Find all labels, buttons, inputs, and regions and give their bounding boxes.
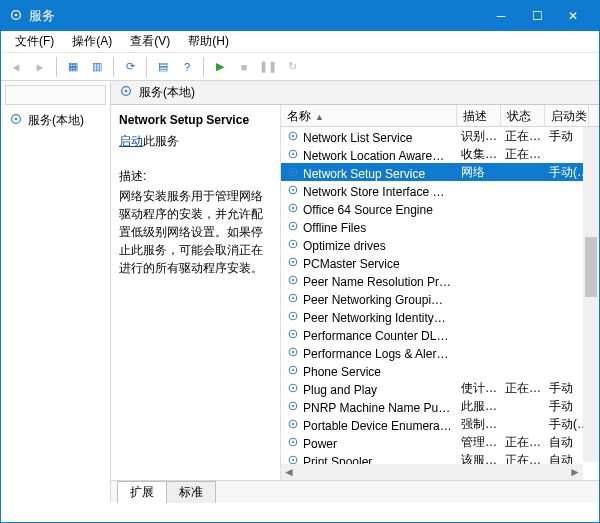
service-icon bbox=[285, 380, 301, 396]
svg-point-29 bbox=[292, 332, 294, 334]
service-icon bbox=[285, 128, 301, 144]
service-icon bbox=[285, 326, 301, 342]
export-button[interactable]: ▥ bbox=[86, 56, 108, 78]
vertical-scrollbar[interactable] bbox=[583, 127, 599, 462]
service-row[interactable]: Plug and Play使计…正在…手动 bbox=[281, 379, 599, 397]
service-icon bbox=[285, 308, 301, 324]
service-row[interactable]: Peer Networking Groupi… bbox=[281, 289, 599, 307]
toolbar: ◄ ► ▦ ▥ ⟳ ▤ ? ▶ ■ ❚❚ ↻ bbox=[1, 53, 599, 81]
description-text: 网络安装服务用于管理网络驱动程序的安装，并允许配置低级别网络设置。如果停止此服务… bbox=[119, 187, 272, 277]
service-row[interactable]: Peer Networking Identity… bbox=[281, 307, 599, 325]
svg-point-41 bbox=[292, 440, 294, 442]
title-bar: 服务 ─ ☐ ✕ bbox=[1, 1, 599, 31]
view-tabs: 扩展 标准 bbox=[111, 480, 599, 502]
gear-icon bbox=[9, 112, 23, 129]
tree-header bbox=[5, 85, 106, 105]
svg-point-9 bbox=[292, 152, 294, 154]
service-row[interactable]: Network List Service识别…正在…手动 bbox=[281, 127, 599, 145]
forward-button[interactable]: ► bbox=[29, 56, 51, 78]
description-header: 描述: bbox=[119, 168, 272, 185]
pause-service-icon[interactable]: ❚❚ bbox=[257, 56, 279, 78]
tab-standard[interactable]: 标准 bbox=[166, 481, 216, 503]
service-icon bbox=[285, 236, 301, 252]
col-startup[interactable]: 启动类 bbox=[545, 105, 589, 126]
service-icon bbox=[285, 200, 301, 216]
maximize-button[interactable]: ☐ bbox=[519, 1, 555, 31]
tree-pane: 服务(本地) bbox=[1, 81, 111, 502]
service-row[interactable]: Performance Logs & Aler… bbox=[281, 343, 599, 361]
menu-file[interactable]: 文件(F) bbox=[7, 31, 62, 52]
service-icon bbox=[285, 254, 301, 270]
svg-point-31 bbox=[292, 350, 294, 352]
sort-asc-icon: ▲ bbox=[315, 112, 324, 122]
menu-help[interactable]: 帮助(H) bbox=[180, 31, 237, 52]
svg-point-27 bbox=[292, 314, 294, 316]
svg-point-17 bbox=[292, 224, 294, 226]
show-hide-button[interactable]: ▦ bbox=[62, 56, 84, 78]
col-status[interactable]: 状态 bbox=[501, 105, 545, 126]
service-icon bbox=[285, 362, 301, 378]
window-title: 服务 bbox=[29, 7, 483, 25]
refresh-icon[interactable]: ⟳ bbox=[119, 56, 141, 78]
service-row[interactable]: Network Setup Service网络手动(… bbox=[281, 163, 599, 181]
properties-icon[interactable]: ▤ bbox=[152, 56, 174, 78]
service-row[interactable]: Office 64 Source Engine bbox=[281, 199, 599, 217]
menu-view[interactable]: 查看(V) bbox=[122, 31, 178, 52]
start-link[interactable]: 启动 bbox=[119, 134, 143, 148]
start-service-icon[interactable]: ▶ bbox=[209, 56, 231, 78]
svg-point-13 bbox=[292, 188, 294, 190]
service-icon bbox=[285, 146, 301, 162]
tree-node-label: 服务(本地) bbox=[28, 112, 84, 129]
col-desc[interactable]: 描述 bbox=[457, 105, 501, 126]
service-row[interactable]: Network Store Interface … bbox=[281, 181, 599, 199]
svg-point-39 bbox=[292, 422, 294, 424]
service-row[interactable]: Power管理…正在…自动 bbox=[281, 433, 599, 451]
svg-point-15 bbox=[292, 206, 294, 208]
col-name[interactable]: 名称▲ bbox=[281, 105, 457, 126]
service-icon bbox=[285, 182, 301, 198]
description-pane: Network Setup Service 启动此服务 描述: 网络安装服务用于… bbox=[111, 105, 281, 480]
service-icon bbox=[285, 398, 301, 414]
selected-service-name: Network Setup Service bbox=[119, 113, 272, 127]
list-title: 服务(本地) bbox=[139, 84, 195, 101]
service-icon bbox=[285, 344, 301, 360]
service-icon bbox=[285, 290, 301, 306]
menu-bar: 文件(F) 操作(A) 查看(V) 帮助(H) bbox=[1, 31, 599, 53]
svg-point-25 bbox=[292, 296, 294, 298]
service-icon bbox=[285, 272, 301, 288]
tree-node-services-local[interactable]: 服务(本地) bbox=[5, 109, 106, 132]
svg-point-35 bbox=[292, 386, 294, 388]
svg-point-1 bbox=[15, 13, 18, 16]
service-row[interactable]: Optimize drives bbox=[281, 235, 599, 253]
service-icon bbox=[285, 164, 301, 180]
restart-service-icon[interactable]: ↻ bbox=[281, 56, 303, 78]
service-row[interactable]: PNRP Machine Name Pu…此服…手动 bbox=[281, 397, 599, 415]
service-list: 名称▲ 描述 状态 启动类 Network List Service识别…正在…… bbox=[281, 105, 599, 480]
help-icon[interactable]: ? bbox=[176, 56, 198, 78]
service-row[interactable]: Phone Service bbox=[281, 361, 599, 379]
service-row[interactable]: Performance Counter DL… bbox=[281, 325, 599, 343]
stop-service-icon[interactable]: ■ bbox=[233, 56, 255, 78]
list-title-bar: 服务(本地) bbox=[111, 81, 599, 105]
service-row[interactable]: Network Location Aware…收集…正在… bbox=[281, 145, 599, 163]
menu-action[interactable]: 操作(A) bbox=[64, 31, 120, 52]
service-row[interactable]: Portable Device Enumera…强制…手动(… bbox=[281, 415, 599, 433]
svg-point-33 bbox=[292, 368, 294, 370]
service-row[interactable]: PCMaster Service bbox=[281, 253, 599, 271]
svg-point-21 bbox=[292, 260, 294, 262]
svg-point-43 bbox=[292, 458, 294, 460]
service-row[interactable]: Peer Name Resolution Pr… bbox=[281, 271, 599, 289]
gear-icon bbox=[119, 84, 133, 101]
service-icon bbox=[285, 218, 301, 234]
service-icon bbox=[285, 434, 301, 450]
minimize-button[interactable]: ─ bbox=[483, 1, 519, 31]
tab-extended[interactable]: 扩展 bbox=[117, 481, 167, 503]
app-icon bbox=[9, 8, 23, 25]
svg-point-3 bbox=[15, 118, 18, 121]
svg-point-37 bbox=[292, 404, 294, 406]
svg-point-23 bbox=[292, 278, 294, 280]
back-button[interactable]: ◄ bbox=[5, 56, 27, 78]
close-button[interactable]: ✕ bbox=[555, 1, 591, 31]
service-row[interactable]: Offline Files bbox=[281, 217, 599, 235]
horizontal-scrollbar[interactable]: ◄► bbox=[281, 464, 583, 480]
